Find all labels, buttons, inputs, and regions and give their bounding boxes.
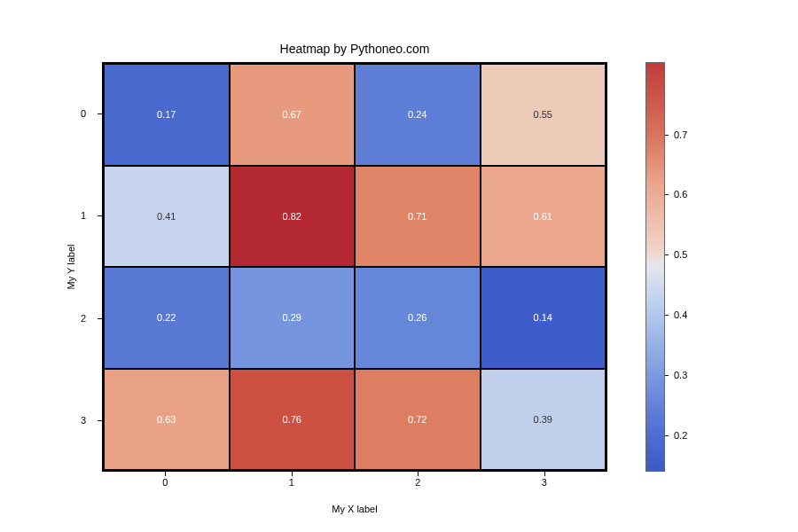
heatmap-cell: 0.61 — [481, 166, 606, 268]
heatmap-cell: 0.29 — [230, 267, 356, 369]
heatmap-cell: 0.39 — [481, 369, 606, 471]
colorbar-tick: 0.2 — [674, 430, 687, 441]
y-axis-ticks: 0 1 2 3 — [66, 62, 93, 472]
x-tick: 3 — [481, 477, 608, 495]
y-tick: 0 — [66, 62, 93, 165]
heatmap-cell: 0.82 — [230, 166, 356, 268]
y-tick: 2 — [66, 267, 93, 370]
y-tick-mark — [98, 420, 102, 421]
y-tick: 1 — [66, 165, 93, 268]
x-tick-mark — [544, 472, 545, 476]
heatmap-cell: 0.24 — [355, 64, 481, 166]
colorbar-tick: 0.4 — [674, 309, 687, 320]
heatmap-cell: 0.14 — [481, 267, 606, 369]
y-tick-mark — [98, 113, 102, 114]
colorbar-gradient — [645, 62, 665, 472]
colorbar-tick: 0.6 — [674, 189, 687, 200]
x-axis-ticks: 0 1 2 3 — [102, 477, 607, 495]
colorbar-ticks: 0.20.30.40.50.60.7 — [667, 62, 702, 472]
colorbar-tick-mark — [665, 435, 669, 436]
heatmap-cell: 0.71 — [355, 166, 481, 268]
colorbar — [645, 62, 665, 472]
y-tick: 3 — [66, 370, 93, 473]
heatmap-cell: 0.76 — [230, 369, 356, 471]
heatmap-cell: 0.26 — [355, 267, 481, 369]
x-tick: 2 — [355, 477, 481, 495]
x-axis-label: My X label — [102, 504, 607, 514]
chart-title: Heatmap by Pythoneo.com — [102, 42, 607, 56]
heatmap-chart: 0.170.670.240.550.410.820.710.610.220.29… — [102, 62, 607, 472]
colorbar-tick-mark — [665, 135, 669, 136]
heatmap-cell: 0.55 — [481, 64, 606, 166]
heatmap-cell: 0.67 — [230, 64, 356, 166]
heatmap-cell: 0.63 — [104, 369, 230, 471]
y-tick-mark — [98, 215, 102, 216]
colorbar-tick: 0.5 — [674, 249, 687, 260]
heatmap-cell: 0.41 — [104, 166, 230, 268]
x-tick-mark — [418, 472, 419, 476]
colorbar-tick-mark — [665, 254, 669, 255]
x-tick: 0 — [102, 477, 229, 495]
heatmap-cell: 0.17 — [104, 64, 230, 166]
heatmap-cell: 0.22 — [104, 267, 230, 369]
colorbar-tick-mark — [665, 315, 669, 316]
x-tick: 1 — [229, 477, 356, 495]
y-tick-mark — [98, 318, 102, 319]
colorbar-tick: 0.3 — [674, 370, 687, 380]
heatmap-grid: 0.170.670.240.550.410.820.710.610.220.29… — [102, 62, 607, 472]
colorbar-tick-mark — [665, 194, 669, 195]
colorbar-tick-mark — [665, 375, 669, 376]
x-tick-mark — [165, 472, 166, 476]
colorbar-tick: 0.7 — [674, 129, 687, 140]
x-tick-mark — [292, 472, 293, 476]
heatmap-cell: 0.72 — [355, 369, 481, 471]
